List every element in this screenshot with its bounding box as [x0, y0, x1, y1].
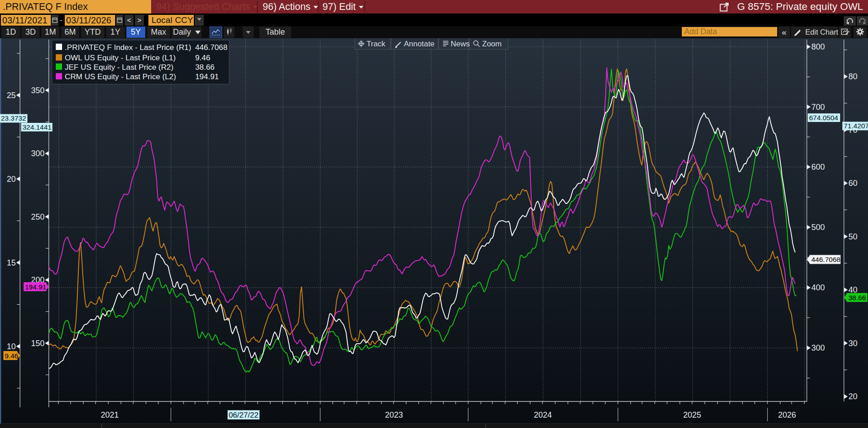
svg-text:446.7068: 446.7068 — [811, 256, 841, 263]
svg-text:50: 50 — [849, 232, 858, 241]
svg-text:300: 300 — [811, 343, 825, 352]
svg-text:350: 350 — [31, 86, 45, 95]
svg-text:194.91: 194.91 — [25, 283, 46, 291]
svg-text:30: 30 — [849, 339, 858, 348]
svg-text:674.0504: 674.0504 — [809, 114, 838, 122]
svg-text:400: 400 — [811, 283, 825, 292]
svg-text:2021: 2021 — [101, 410, 119, 419]
svg-text:500: 500 — [811, 223, 825, 232]
svg-text:324.1441: 324.1441 — [22, 123, 52, 131]
svg-text:23.3732: 23.3732 — [1, 114, 26, 122]
svg-text:446.7068: 446.7068 — [195, 43, 228, 52]
svg-text:9.46: 9.46 — [5, 352, 18, 360]
svg-text:38.66: 38.66 — [849, 294, 866, 302]
svg-text:JEF US Equity - Last Price (R2: JEF US Equity - Last Price (R2) — [65, 63, 174, 72]
svg-text:60: 60 — [849, 179, 858, 188]
svg-text:150: 150 — [31, 339, 45, 348]
svg-text:250: 250 — [31, 212, 45, 221]
svg-text:OWL US Equity - Last Price (L1: OWL US Equity - Last Price (L1) — [65, 53, 176, 62]
svg-text:.PRIVATEQ F Index - Last Price: .PRIVATEQ F Index - Last Price (R1) — [65, 43, 191, 52]
svg-text:2024: 2024 — [534, 410, 552, 419]
svg-text:38.66: 38.66 — [195, 63, 215, 72]
svg-text:80: 80 — [849, 72, 858, 81]
svg-text:Annotate: Annotate — [404, 40, 434, 48]
svg-text:2026: 2026 — [778, 410, 796, 419]
svg-text:2025: 2025 — [683, 410, 701, 419]
svg-text:06/27/22: 06/27/22 — [228, 411, 258, 419]
svg-text:9.46: 9.46 — [195, 53, 210, 62]
svg-text:800: 800 — [811, 42, 825, 51]
svg-text:Track: Track — [367, 40, 385, 48]
svg-text:News: News — [451, 40, 470, 48]
svg-text:71.4207: 71.4207 — [844, 122, 868, 130]
svg-text:300: 300 — [31, 149, 45, 158]
svg-text:700: 700 — [811, 103, 825, 112]
svg-text:20: 20 — [849, 392, 858, 401]
svg-text:10: 10 — [7, 342, 16, 351]
svg-text:15: 15 — [7, 258, 16, 267]
svg-text:194.91: 194.91 — [195, 72, 219, 81]
svg-text:CRM US Equity - Last Price (L2: CRM US Equity - Last Price (L2) — [65, 72, 176, 81]
svg-text:25: 25 — [7, 91, 16, 100]
svg-text:600: 600 — [811, 162, 825, 171]
svg-text:20: 20 — [7, 175, 16, 184]
svg-text:Zoom: Zoom — [482, 40, 501, 48]
svg-text:2023: 2023 — [385, 410, 403, 419]
